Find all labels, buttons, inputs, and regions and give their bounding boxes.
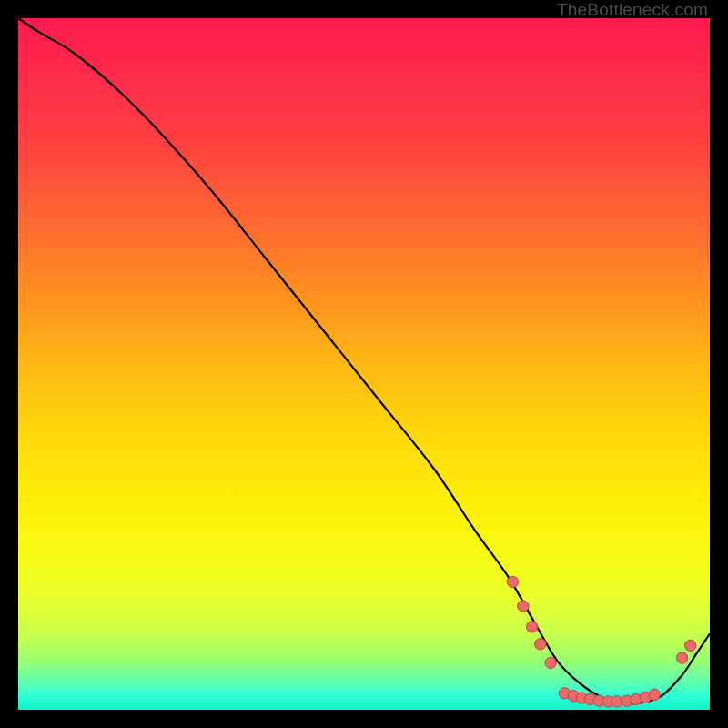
- data-dot: [676, 652, 687, 663]
- data-dot: [518, 601, 529, 612]
- data-dots: [507, 576, 696, 707]
- data-dot: [685, 640, 696, 651]
- bottleneck-curve: [18, 18, 710, 703]
- data-dot: [545, 657, 556, 668]
- data-dot: [507, 576, 518, 587]
- outer-frame: TheBottleneck.com: [0, 0, 728, 728]
- data-dot: [526, 622, 537, 632]
- data-dot: [535, 639, 546, 650]
- attribution-label: TheBottleneck.com: [557, 0, 708, 20]
- data-dot: [649, 689, 660, 700]
- chart-svg: [18, 18, 710, 710]
